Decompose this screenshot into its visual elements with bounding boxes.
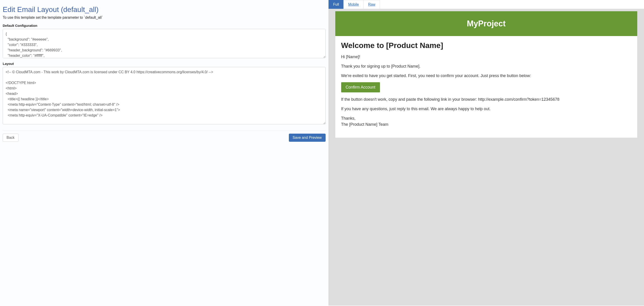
email-questions: If you have any questions, just reply to… xyxy=(341,106,631,112)
preview-frame: MyProject Welcome to [Product Name] Hi [… xyxy=(328,9,644,306)
confirm-account-button[interactable]: Confirm Account xyxy=(341,82,380,92)
page-subtitle: To use this template set the template pa… xyxy=(3,15,326,19)
layout-label: Layout xyxy=(3,62,326,65)
preview-panel: Full Mobile Raw MyProject Welcome to [Pr… xyxy=(328,0,644,306)
config-textarea[interactable] xyxy=(3,29,326,58)
config-label: Default Configuration xyxy=(3,24,326,27)
email-thanks: Thank you for signing up to [Product Nam… xyxy=(341,63,631,69)
email-fallback-link: If the button doesn't work, copy and pas… xyxy=(341,96,631,102)
email-welcome-heading: Welcome to [Product Name] xyxy=(341,41,631,50)
email-signoff: Thanks, The [Product Name] Team xyxy=(341,115,631,127)
tab-full[interactable]: Full xyxy=(328,0,344,9)
save-preview-button[interactable]: Save and Preview xyxy=(289,134,326,142)
button-row: Back Save and Preview xyxy=(3,130,326,142)
editor-panel: Edit Email Layout (default_all) To use t… xyxy=(0,0,328,306)
email-header: MyProject xyxy=(335,11,637,36)
email-greeting: Hi [Name]! xyxy=(341,54,631,60)
page-title: Edit Email Layout (default_all) xyxy=(3,5,326,14)
signoff-thanks: Thanks, xyxy=(341,116,356,121)
email-body: Welcome to [Product Name] Hi [Name]! Tha… xyxy=(335,36,637,138)
signoff-team: The [Product Name] Team xyxy=(341,122,388,127)
back-button[interactable]: Back xyxy=(3,134,18,142)
tab-raw[interactable]: Raw xyxy=(363,0,380,9)
email-card: MyProject Welcome to [Product Name] Hi [… xyxy=(335,11,637,138)
preview-tabs: Full Mobile Raw xyxy=(328,0,644,9)
email-excited: We're exited to have you get started. Fi… xyxy=(341,73,631,79)
layout-textarea[interactable] xyxy=(3,67,326,124)
tab-mobile[interactable]: Mobile xyxy=(344,0,364,9)
